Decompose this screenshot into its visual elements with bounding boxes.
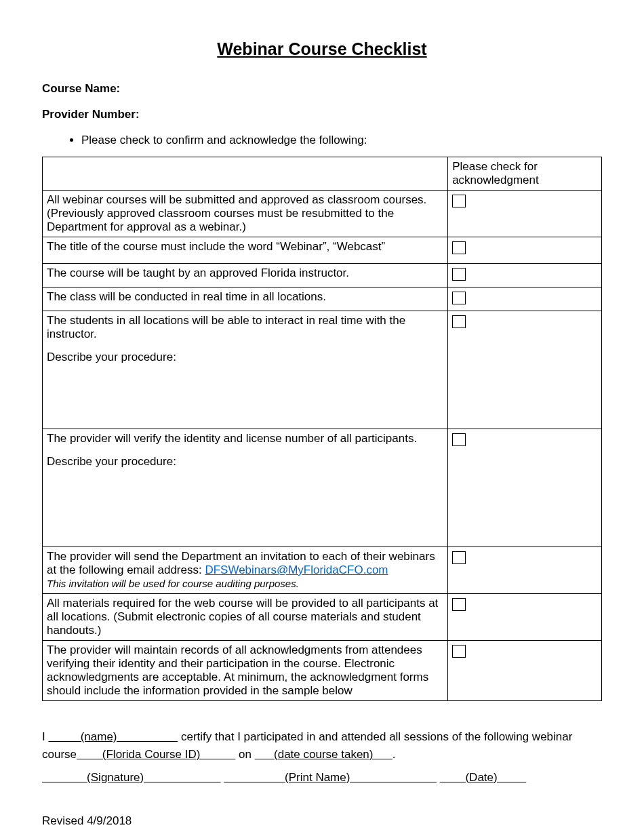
table-row: All materials required for the web cours… <box>43 594 602 641</box>
name-field[interactable]: (name) <box>48 730 178 743</box>
ack-checkbox[interactable] <box>452 315 466 328</box>
ack-checkbox[interactable] <box>452 645 466 658</box>
date-taken-field[interactable]: (date course taken) <box>255 748 393 761</box>
row7-desc: The provider will send the Department an… <box>43 547 448 594</box>
ack-checkbox[interactable] <box>452 551 466 564</box>
table-row: The course will be taught by an approved… <box>43 264 602 287</box>
row1-desc: All webinar courses will be submitted an… <box>43 191 448 237</box>
table-header-row: Please check for acknowledgment <box>43 157 602 191</box>
row5-ack-cell <box>448 311 602 429</box>
row4-desc: The class will be conducted in real time… <box>43 287 448 311</box>
header-ack: Please check for acknowledgment <box>448 157 602 191</box>
row4-ack-cell <box>448 287 602 311</box>
row6-describe-label: Describe your procedure: <box>47 455 176 468</box>
row2-ack-cell <box>448 237 602 264</box>
revised-date: Revised 4/9/2018 <box>42 814 602 828</box>
course-name-label: Course Name: <box>42 82 602 96</box>
table-row: The provider will maintain records of al… <box>43 641 602 701</box>
row6-ack-cell <box>448 429 602 547</box>
checklist-table: Please check for acknowledgment All webi… <box>42 157 602 701</box>
cert-end: . <box>393 748 396 761</box>
row9-ack-cell <box>448 641 602 701</box>
row5-text: The students in all locations will be ab… <box>47 314 405 340</box>
webinar-email-link[interactable]: DFSWebinars@MyFloridaCFO.com <box>205 563 388 576</box>
intro-bullet: Please check to confirm and acknowledge … <box>81 134 602 147</box>
table-row: The provider will verify the identity an… <box>43 429 602 547</box>
header-desc-empty <box>43 157 448 191</box>
cert-mid2: on <box>235 748 254 761</box>
row7-text-b: This invitation will be used for course … <box>47 578 299 589</box>
ack-checkbox[interactable] <box>452 598 466 611</box>
table-row: The class will be conducted in real time… <box>43 287 602 311</box>
row7-ack-cell <box>448 547 602 594</box>
row5-desc: The students in all locations will be ab… <box>43 311 448 429</box>
page: Webinar Course Checklist Course Name: Pr… <box>0 0 644 834</box>
row3-desc: The course will be taught by an approved… <box>43 264 448 287</box>
table-row: The students in all locations will be ab… <box>43 311 602 429</box>
row1-ack-cell <box>448 191 602 237</box>
row8-desc: All materials required for the web cours… <box>43 594 448 641</box>
ack-checkbox[interactable] <box>452 292 466 304</box>
intro-list: Please check to confirm and acknowledge … <box>69 134 602 147</box>
ack-checkbox[interactable] <box>452 241 466 254</box>
table-row: All webinar courses will be submitted an… <box>43 191 602 237</box>
page-title: Webinar Course Checklist <box>42 39 602 59</box>
row9-desc: The provider will maintain records of al… <box>43 641 448 701</box>
certification-paragraph: I (name) certify that I participated in … <box>42 728 602 764</box>
ack-checkbox[interactable] <box>452 195 466 207</box>
provider-number-label: Provider Number: <box>42 108 602 121</box>
row6-text: The provider will verify the identity an… <box>47 432 417 445</box>
row2-desc: The title of the course must include the… <box>43 237 448 264</box>
ack-checkbox[interactable] <box>452 268 466 281</box>
row5-describe-label: Describe your procedure: <box>47 351 176 363</box>
row6-desc: The provider will verify the identity an… <box>43 429 448 547</box>
row3-ack-cell <box>448 264 602 287</box>
signature-field[interactable]: (Signature) <box>42 771 221 784</box>
signature-line: (Signature) (Print Name) (Date) <box>42 771 602 785</box>
table-row: The title of the course must include the… <box>43 237 602 264</box>
print-name-field[interactable]: (Print Name) <box>224 771 437 784</box>
date-field[interactable]: (Date) <box>440 771 527 784</box>
ack-checkbox[interactable] <box>452 433 466 446</box>
row8-ack-cell <box>448 594 602 641</box>
course-id-field[interactable]: (Florida Course ID) <box>77 748 235 761</box>
table-row: The provider will send the Department an… <box>43 547 602 594</box>
